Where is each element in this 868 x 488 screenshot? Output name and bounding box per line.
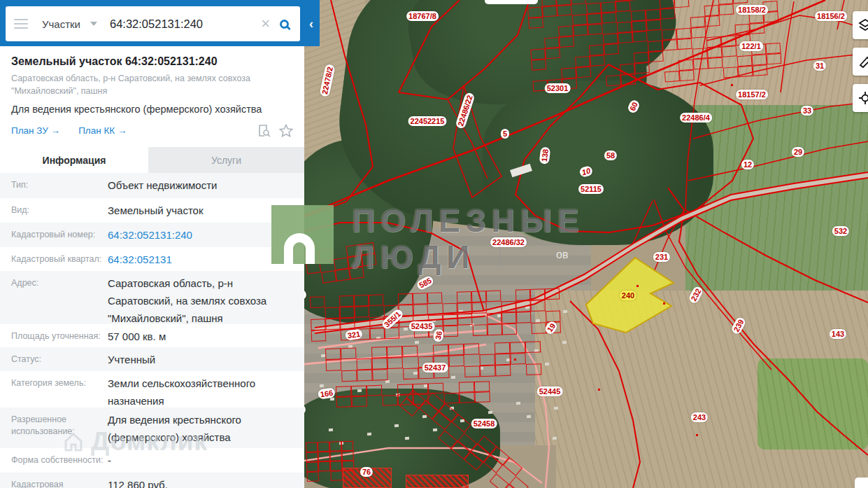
row-label: Форма собственности: <box>11 452 108 473</box>
parcel-label[interactable]: 22452215 <box>408 116 447 126</box>
doc-search-icon[interactable] <box>257 124 271 137</box>
row-value-link[interactable]: 64:32:052131:240 <box>108 226 293 247</box>
row-value: Для ведения крестьянского (фермерского) … <box>108 411 293 448</box>
parcel-label[interactable]: 22486/32 <box>490 237 527 247</box>
parcel-subtitle: Саратовская область, р-н Саратовский, на… <box>11 73 277 97</box>
watermark-divider <box>499 246 501 266</box>
parcel-info-panel: Земельный участок 64:32:052131:240 Сарат… <box>0 46 304 488</box>
people-watermark-logo <box>271 205 334 264</box>
row-label: Категория земель: <box>11 375 108 407</box>
parcel-label[interactable]: 31 <box>813 61 826 71</box>
crosshair-icon <box>858 91 868 105</box>
parcel-label[interactable]: 52301 <box>545 83 571 93</box>
cadastral-dot <box>636 285 639 287</box>
row-value: Саратовская область, р-н Саратовский, на… <box>108 274 293 324</box>
menu-button[interactable] <box>14 16 28 32</box>
plan-kk-link[interactable]: План КК → <box>78 125 127 136</box>
dense-parcels-area <box>406 475 469 488</box>
clear-search-button[interactable]: × <box>261 15 270 33</box>
parcel-label[interactable]: 18158/2 <box>736 5 768 15</box>
parcel-label[interactable]: 231 <box>653 252 670 262</box>
parcel-label[interactable]: 18157/2 <box>736 90 768 99</box>
parcel-label[interactable]: 52445 <box>537 386 563 396</box>
parcel-label[interactable]: 18156/2 <box>815 11 847 21</box>
info-row: Вид:Земельный участок <box>0 198 304 223</box>
search-button[interactable] <box>280 20 289 29</box>
parcel-label[interactable]: 5 <box>501 129 509 139</box>
row-value: Объект недвижимости <box>108 176 293 198</box>
info-row: Кадастровый квартал:64:32:052131 <box>0 247 304 271</box>
favorite-star-icon[interactable] <box>279 124 293 137</box>
row-label: Площадь уточненная: <box>11 328 108 347</box>
row-value: 57 000 кв. м <box>108 328 293 347</box>
collapse-panel-button[interactable]: ‹ <box>303 11 320 37</box>
watermark-suffix: ов <box>556 249 568 261</box>
parcel-label[interactable]: 58 <box>604 151 617 160</box>
row-label: Тип: <box>11 176 108 198</box>
parcel-label-cut[interactable] <box>485 0 538 4</box>
parcel-label[interactable]: 12 <box>741 160 754 169</box>
info-row: Адрес:Саратовская область, р-н Саратовск… <box>0 271 304 324</box>
row-label: Вид: <box>11 202 108 223</box>
info-row: Категория земель:Земли сельскохозяйствен… <box>0 371 304 407</box>
cadastral-dot <box>663 302 665 305</box>
parcel-label[interactable]: 52437 <box>422 363 448 372</box>
parcel-label[interactable]: 532 <box>832 226 849 236</box>
info-row: Кадастровый номер:64:32:052131:240 <box>0 223 304 247</box>
parcel-label[interactable]: 122/1 <box>739 41 763 51</box>
search-category-select[interactable]: Участки <box>42 18 80 30</box>
row-label: Кадастровая стоимость: <box>11 476 108 488</box>
row-value: Учтенный <box>108 351 293 371</box>
row-label: Адрес: <box>11 274 108 324</box>
map-canvas[interactable]: 18767/822478/222486/22224522155230160224… <box>304 0 868 488</box>
map-control-cut[interactable] <box>855 477 868 488</box>
page-title: Земельный участок 64:32:052131:240 <box>11 55 293 68</box>
cadastral-dot <box>598 389 600 391</box>
row-value: 112 860 руб. <box>108 476 293 488</box>
info-row: Статус:Учтенный <box>0 347 304 371</box>
row-value: - <box>108 452 293 473</box>
row-value: Земельный участок <box>108 202 293 223</box>
cadastral-dot <box>696 434 698 436</box>
tab-services[interactable]: Услуги <box>148 147 304 173</box>
tab-information[interactable]: Информация <box>0 147 148 173</box>
parcel-label[interactable]: 33 <box>801 106 813 116</box>
cadastral-dot <box>514 358 516 361</box>
row-label: Кадастровый квартал: <box>11 251 108 271</box>
layers-button[interactable] <box>853 11 868 39</box>
measure-button[interactable] <box>853 48 868 76</box>
cadastral-dot <box>731 84 733 86</box>
info-row: Площадь уточненная:57 000 кв. м <box>0 324 304 347</box>
parcel-label[interactable]: 243 <box>691 412 708 422</box>
layers-icon <box>858 18 868 32</box>
plan-zu-link[interactable]: План ЗУ → <box>11 125 60 136</box>
parcel-label[interactable]: 18767/8 <box>406 11 439 21</box>
parcel-label[interactable]: 29 <box>792 147 804 157</box>
row-label: Кадастровый номер: <box>11 226 108 247</box>
parcel-label[interactable]: 22486/4 <box>680 113 712 123</box>
ruler-pencil-icon <box>858 55 868 69</box>
row-value: Земли сельскохозяйственного назначения <box>108 375 293 407</box>
parcel-label[interactable]: 240 <box>620 291 636 300</box>
row-label: Разрешенное использование: <box>11 411 108 448</box>
parcel-label[interactable]: 52458 <box>471 419 497 428</box>
search-box: Участки 64:32:052131:240 × <box>6 6 300 41</box>
row-value-link[interactable]: 64:32:052131 <box>108 251 293 271</box>
parcel-label[interactable]: 76 <box>360 467 373 477</box>
info-row: Разрешенное использование:Для ведения кр… <box>0 407 304 448</box>
info-row: Тип:Объект недвижимости <box>0 173 304 198</box>
info-row: Форма собственности:- <box>0 448 304 473</box>
parcel-label[interactable]: 52435 <box>409 321 435 331</box>
row-label: Статус: <box>11 351 108 371</box>
chevron-down-icon <box>90 22 97 26</box>
location-button[interactable] <box>853 84 868 112</box>
search-input[interactable]: 64:32:052131:240 <box>110 18 203 31</box>
usage-text: Для ведения крестьянского (фермерского) … <box>11 104 293 115</box>
search-header: Участки 64:32:052131:240 × <box>0 0 320 46</box>
info-row: Кадастровая стоимость:112 860 руб. <box>0 473 304 488</box>
parcel-label[interactable]: 52115 <box>578 184 604 194</box>
parcel-label[interactable]: 143 <box>830 329 846 339</box>
